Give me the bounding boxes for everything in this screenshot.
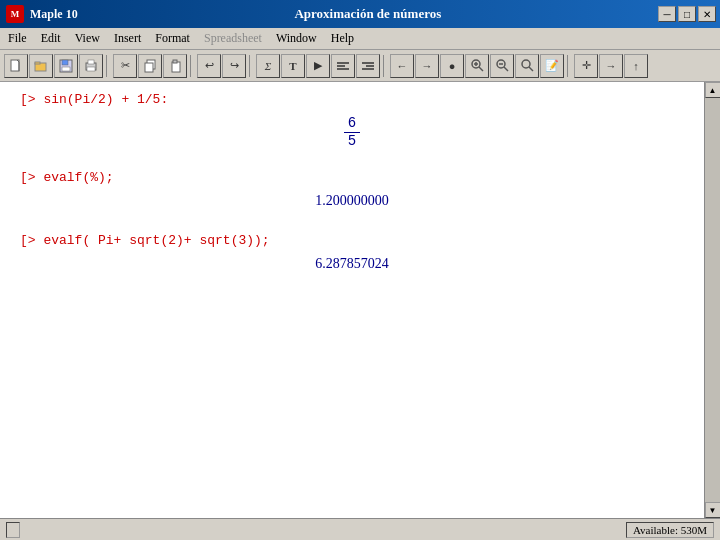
toolbar-copy[interactable] [138,54,162,78]
menu-help[interactable]: Help [325,29,360,48]
status-left [6,522,20,538]
menu-file[interactable]: File [2,29,33,48]
maple-block-1: [> sin(Pi/2) + 1/5: 6 5 [20,92,684,150]
maple-prompt-1: [> sin(Pi/2) + 1/5: [20,92,684,107]
menu-edit[interactable]: Edit [35,29,67,48]
maple-prompt-3: [> evalf( Pi+ sqrt(2)+ sqrt(3)); [20,233,684,248]
maple-block-2: [> evalf(%); 1.200000000 [20,170,684,213]
svg-point-26 [522,60,530,68]
result-number-2: 6.287857024 [20,256,684,276]
menubar: File Edit View Insert Format Spreadsheet… [0,28,720,50]
toolbar-open[interactable] [29,54,53,78]
close-button[interactable]: ✕ [698,6,716,22]
main-area: [> sin(Pi/2) + 1/5: 6 5 [> evalf(%); 1.2… [0,82,720,518]
menu-view[interactable]: View [69,29,106,48]
toolbar-sum[interactable]: Σ [256,54,280,78]
toolbar-next[interactable]: → [599,54,623,78]
toolbar-sep1 [106,55,110,77]
toolbar-cut[interactable]: ✂ [113,54,137,78]
maple-fraction: 6 5 [344,115,360,150]
toolbar-sep3 [249,55,253,77]
result-number-1: 1.200000000 [20,193,684,213]
menu-window[interactable]: Window [270,29,323,48]
menu-insert[interactable]: Insert [108,29,147,48]
svg-rect-10 [145,63,153,72]
toolbar-export[interactable]: ↑ [624,54,648,78]
toolbar-undo[interactable]: ↩ [197,54,221,78]
toolbar-redo[interactable]: ↪ [222,54,246,78]
svg-rect-2 [35,62,40,64]
svg-rect-0 [11,60,19,71]
svg-rect-5 [62,67,70,71]
titlebar: M Maple 10 Aproximación de números ─ □ ✕ [0,0,720,28]
status-available: Available: 530M [626,522,714,538]
restore-button[interactable]: □ [678,6,696,22]
svg-line-20 [479,67,483,71]
content-area[interactable]: [> sin(Pi/2) + 1/5: 6 5 [> evalf(%); 1.2… [0,82,704,518]
svg-line-24 [504,67,508,71]
toolbar-zoom-fit[interactable] [515,54,539,78]
vertical-scrollbar[interactable]: ▲ ▼ [704,82,720,518]
toolbar-sep2 [190,55,194,77]
toolbar-circle[interactable]: ● [440,54,464,78]
toolbar-align-right[interactable] [356,54,380,78]
svg-rect-12 [173,60,177,63]
toolbar-move[interactable]: ✛ [574,54,598,78]
window-title: Aproximación de números [78,6,658,22]
maple-number-2: 6.287857024 [315,256,389,272]
menu-spreadsheet: Spreadsheet [198,29,268,48]
fraction-numerator: 6 [344,115,360,133]
scroll-down-button[interactable]: ▼ [705,502,721,518]
app-logo: M [6,5,24,23]
fraction-denominator: 5 [344,133,360,150]
toolbar-align-left[interactable] [331,54,355,78]
toolbar-sep4 [383,55,387,77]
toolbar-print[interactable] [79,54,103,78]
toolbar-zoom-in[interactable] [465,54,489,78]
minimize-button[interactable]: ─ [658,6,676,22]
toolbar-zoom-out[interactable] [490,54,514,78]
maple-block-3: [> evalf( Pi+ sqrt(2)+ sqrt(3)); 6.28785… [20,233,684,276]
toolbar-execute[interactable]: ▶ [306,54,330,78]
toolbar: ✂ ↩ ↪ Σ T ▶ ← → ● 📝 ✛ → ↑ [0,50,720,82]
scroll-track[interactable] [705,98,721,502]
toolbar-arrow-right[interactable]: → [415,54,439,78]
toolbar-save[interactable] [54,54,78,78]
titlebar-controls: ─ □ ✕ [658,6,716,22]
toolbar-paste[interactable] [163,54,187,78]
statusbar: Available: 530M [0,518,720,540]
app-name: Maple 10 [30,7,78,22]
svg-rect-8 [87,67,95,71]
scroll-up-button[interactable]: ▲ [705,82,721,98]
maple-number-1: 1.200000000 [315,193,389,209]
toolbar-arrow-left[interactable]: ← [390,54,414,78]
svg-rect-4 [62,60,68,65]
svg-rect-7 [88,60,94,64]
toolbar-text[interactable]: T [281,54,305,78]
toolbar-new[interactable] [4,54,28,78]
toolbar-annotation[interactable]: 📝 [540,54,564,78]
maple-prompt-2: [> evalf(%); [20,170,684,185]
toolbar-sep5 [567,55,571,77]
titlebar-left: M Maple 10 [6,5,78,23]
menu-format[interactable]: Format [149,29,196,48]
svg-line-27 [529,67,533,71]
result-fraction: 6 5 [20,115,684,150]
